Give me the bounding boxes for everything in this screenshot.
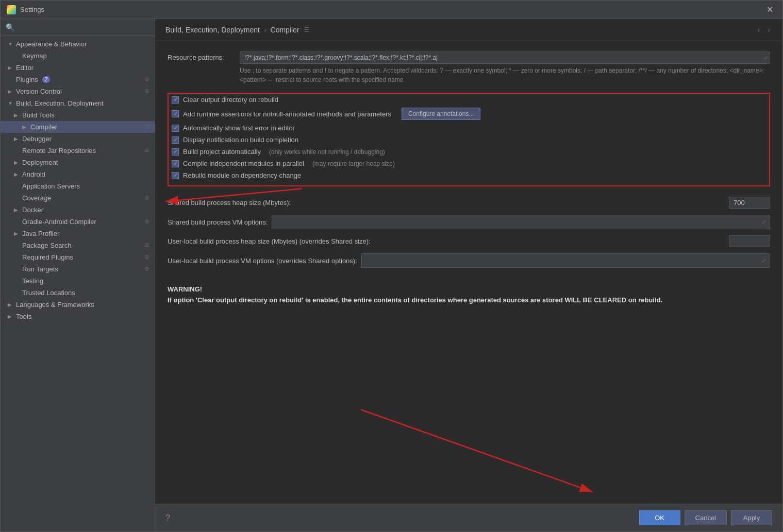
sidebar-item-debugger[interactable]: ▶ Debugger bbox=[1, 133, 155, 145]
help-button[interactable]: ? bbox=[165, 513, 170, 523]
chevron-down-icon: ▼ bbox=[8, 100, 14, 106]
shared-vm-input-wrapper: ⤢ bbox=[272, 215, 770, 229]
plugins-badge: 2 bbox=[42, 76, 51, 83]
user-heap-label: User-local build process heap size (Mbyt… bbox=[168, 237, 729, 245]
chevron-right-icon: ▶ bbox=[22, 124, 28, 130]
sidebar-item-docker[interactable]: ▶ Docker bbox=[1, 204, 155, 216]
settings-icon: ⚙ bbox=[144, 266, 149, 272]
checkbox-clear-output[interactable]: Clear output directory on rebuild bbox=[172, 96, 278, 104]
checkbox-row-clear-output: Clear output directory on rebuild bbox=[172, 96, 766, 104]
breadcrumb: Build, Execution, Deployment › Compiler … bbox=[165, 26, 309, 34]
search-bar: 🔍 bbox=[1, 19, 155, 36]
sidebar-item-keymap[interactable]: Keymap bbox=[1, 50, 155, 62]
chevron-down-icon: ▼ bbox=[8, 41, 14, 47]
checkbox-label-rebuild: Rebuild module on dependency change bbox=[183, 171, 301, 179]
checkbox-label-notification: Display notification on build completion bbox=[183, 136, 298, 144]
warning-section: WARNING! If option 'Clear output directo… bbox=[168, 278, 770, 312]
settings-icon: ⚙ bbox=[144, 242, 149, 249]
checkbox-row-runtime: Add runtime assertions for notnull-annot… bbox=[172, 108, 766, 120]
checkbox-build-auto[interactable]: Build project automatically bbox=[172, 148, 261, 156]
sidebar-item-run-targets[interactable]: Run Targets ⚙ bbox=[1, 263, 155, 275]
breadcrumb-icon: ☰ bbox=[304, 26, 309, 33]
main-layout: 🔍 ▼ Appearance & Behavior Keymap ▶ Edito… bbox=[1, 19, 782, 531]
sidebar-item-gradle-android[interactable]: Gradle-Android Compiler ⚙ bbox=[1, 216, 155, 228]
ok-button[interactable]: OK bbox=[639, 510, 680, 525]
apply-button[interactable]: Apply bbox=[731, 510, 772, 525]
sidebar-item-required-plugins[interactable]: Required Plugins ⚙ bbox=[1, 251, 155, 263]
sidebar-item-plugins[interactable]: Plugins 2 ⚙ bbox=[1, 74, 155, 85]
configure-annotations-button[interactable]: Configure annotations... bbox=[402, 108, 480, 120]
checkboxes-group: Clear output directory on rebuild Add ru… bbox=[168, 93, 770, 186]
shared-vm-label: Shared build process VM options: bbox=[168, 218, 268, 226]
expand-icon[interactable]: ⤢ bbox=[761, 218, 767, 226]
checkbox-show-error[interactable]: Automatically show first error in editor bbox=[172, 124, 295, 132]
user-vm-row: User-local build process VM options (ove… bbox=[168, 253, 770, 268]
sidebar-item-build-tools[interactable]: ▶ Build Tools bbox=[1, 109, 155, 121]
checkbox-icon[interactable] bbox=[172, 96, 179, 104]
checkbox-notification[interactable]: Display notification on build completion bbox=[172, 136, 298, 144]
nav-arrows: ‹ › bbox=[755, 24, 772, 36]
app-icon bbox=[7, 5, 16, 14]
content-body: Resource patterns: !?*.java;!?*.form;!?*… bbox=[155, 41, 782, 504]
checkbox-icon[interactable] bbox=[172, 136, 179, 144]
shared-vm-row: Shared build process VM options: ⤢ bbox=[168, 215, 770, 229]
sidebar: 🔍 ▼ Appearance & Behavior Keymap ▶ Edito… bbox=[1, 19, 155, 531]
user-vm-input-wrapper: ⤢ bbox=[361, 253, 770, 268]
settings-window: Settings ✕ 🔍 ▼ Appearance & Behavior Key… bbox=[0, 0, 783, 532]
checkbox-row-show-error: Automatically show first error in editor bbox=[172, 124, 766, 132]
checkbox-row-notification: Display notification on build completion bbox=[172, 136, 766, 144]
checkbox-rebuild[interactable]: Rebuild module on dependency change bbox=[172, 171, 301, 179]
sidebar-item-testing[interactable]: Testing bbox=[1, 275, 155, 287]
close-button[interactable]: ✕ bbox=[763, 4, 776, 15]
user-heap-row: User-local build process heap size (Mbyt… bbox=[168, 235, 770, 247]
cancel-button[interactable]: Cancel bbox=[685, 510, 727, 525]
sidebar-item-coverage[interactable]: Coverage ⚙ bbox=[1, 192, 155, 204]
checkbox-icon[interactable] bbox=[172, 160, 179, 167]
chevron-right-icon: ▶ bbox=[8, 65, 14, 71]
sidebar-item-languages[interactable]: ▶ Languages & Frameworks bbox=[1, 299, 155, 311]
user-heap-input[interactable] bbox=[729, 235, 770, 247]
footer: ? OK Cancel Apply bbox=[155, 504, 782, 531]
checkbox-note-build-auto: (only works while not running / debuggin… bbox=[269, 148, 385, 156]
sidebar-item-build-exec[interactable]: ▼ Build, Execution, Deployment bbox=[1, 97, 155, 109]
forward-button[interactable]: › bbox=[765, 24, 772, 36]
shared-heap-input[interactable] bbox=[729, 197, 770, 209]
sidebar-item-android[interactable]: ▶ Android bbox=[1, 168, 155, 180]
checkbox-runtime[interactable]: Add runtime assertions for notnull-annot… bbox=[172, 110, 391, 118]
warning-text: WARNING! If option 'Clear output directo… bbox=[168, 284, 770, 306]
settings-icon: ⚙ bbox=[144, 195, 149, 201]
checkbox-parallel[interactable]: Compile independent modules in parallel bbox=[172, 160, 304, 167]
footer-buttons: OK Cancel Apply bbox=[639, 510, 772, 525]
sidebar-item-trusted-locations[interactable]: Trusted Locations bbox=[1, 287, 155, 299]
sidebar-item-appearance[interactable]: ▼ Appearance & Behavior bbox=[1, 38, 155, 50]
sidebar-item-java-profiler[interactable]: ▶ Java Profiler bbox=[1, 228, 155, 239]
search-input[interactable] bbox=[18, 24, 149, 31]
sidebar-item-tools[interactable]: ▶ Tools bbox=[1, 311, 155, 322]
sidebar-item-compiler[interactable]: ▶ Compiler ⚙ bbox=[1, 121, 155, 133]
checkbox-icon[interactable] bbox=[172, 148, 179, 156]
back-button[interactable]: ‹ bbox=[755, 24, 762, 36]
checkbox-icon[interactable] bbox=[172, 110, 179, 117]
sidebar-item-version-control[interactable]: ▶ Version Control ⚙ bbox=[1, 85, 155, 97]
chevron-right-icon: ▶ bbox=[14, 171, 20, 177]
sidebar-item-remote-jar[interactable]: Remote Jar Repositories ⚙ bbox=[1, 145, 155, 157]
sidebar-item-app-servers[interactable]: Application Servers bbox=[1, 180, 155, 192]
chevron-right-icon: ▶ bbox=[8, 314, 14, 319]
sidebar-item-deployment[interactable]: ▶ Deployment bbox=[1, 157, 155, 168]
resource-patterns-input[interactable]: !?*.java;!?*.form;!?*.class;!?*.groovy;!… bbox=[240, 52, 770, 64]
checkbox-row-rebuild: Rebuild module on dependency change bbox=[172, 171, 766, 179]
settings-icon: ⚙ bbox=[144, 124, 149, 130]
shared-heap-label: Shared build process heap size (Mbytes): bbox=[168, 199, 729, 207]
resource-patterns-hint: Use ; to separate patterns and ! to nega… bbox=[240, 66, 770, 84]
sidebar-item-editor[interactable]: ▶ Editor bbox=[1, 62, 155, 74]
checkbox-icon[interactable] bbox=[172, 172, 179, 179]
user-vm-label: User-local build process VM options (ove… bbox=[168, 257, 357, 265]
chevron-right-icon: ▶ bbox=[14, 231, 20, 236]
settings-icon: ⚙ bbox=[144, 76, 149, 83]
checkbox-label-clear-output: Clear output directory on rebuild bbox=[183, 96, 278, 104]
expand-icon[interactable]: ⤢ bbox=[761, 257, 767, 264]
checkbox-icon[interactable] bbox=[172, 125, 179, 132]
sidebar-item-package-search[interactable]: Package Search ⚙ bbox=[1, 239, 155, 251]
breadcrumb-current: Compiler bbox=[271, 26, 299, 34]
expand-icon[interactable]: ⤢ bbox=[763, 55, 768, 61]
